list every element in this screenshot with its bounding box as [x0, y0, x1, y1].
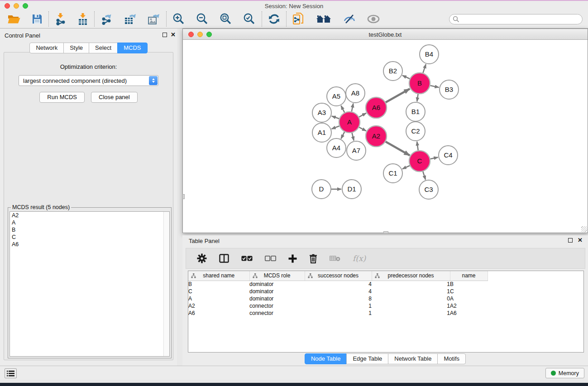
tab-network-table[interactable]: Network Table	[388, 353, 438, 364]
graph-node-B[interactable]: B	[409, 73, 430, 94]
window-resize-grip[interactable]	[581, 226, 587, 232]
columns-icon[interactable]	[219, 254, 229, 263]
table-row[interactable]: Bdominator41B	[188, 281, 488, 288]
graph-node-A4[interactable]: A4	[327, 138, 346, 157]
close-table-panel-icon[interactable]: ✕	[578, 237, 583, 243]
delete-row-icon[interactable]	[309, 254, 317, 263]
refresh-icon[interactable]	[268, 13, 280, 25]
graph-node-A[interactable]: A	[339, 112, 360, 133]
graph-node-A7[interactable]: A7	[347, 141, 366, 160]
graph-edge[interactable]	[423, 64, 425, 73]
network-graph[interactable]: B4B2BB3B1A5A8A3AA1A4A7A6A2C2CC4C1C3DD1	[183, 40, 587, 232]
graph-edge[interactable]	[423, 172, 425, 180]
add-row-icon[interactable]	[288, 254, 297, 263]
show-graphics-details-icon[interactable]	[367, 14, 380, 24]
result-item[interactable]: A2	[10, 212, 169, 219]
float-table-panel-icon[interactable]	[568, 238, 573, 243]
zoom-in-icon[interactable]	[172, 13, 185, 25]
graph-node-A2[interactable]: A2	[366, 126, 387, 147]
optimization-criterion-select[interactable]: largest connected component (directed)	[19, 75, 158, 86]
column-header-mcds-role[interactable]: MCDS role	[249, 271, 305, 281]
node-table[interactable]: shared name MCDS role successor nodes pr…	[188, 271, 584, 353]
tab-motifs[interactable]: Motifs	[437, 353, 466, 364]
export-image-icon[interactable]	[148, 13, 160, 25]
tab-style[interactable]: Style	[63, 43, 89, 53]
select-all-checks-icon[interactable]	[241, 256, 253, 261]
graph-node-B3[interactable]: B3	[440, 80, 459, 99]
window-edge-grip[interactable]	[182, 194, 185, 199]
result-scrollbar[interactable]	[163, 212, 169, 356]
graph-edge[interactable]	[417, 94, 418, 101]
table-row[interactable]: A6connector11A6	[188, 310, 488, 317]
zoom-out-icon[interactable]	[196, 13, 209, 25]
settings-gear-icon[interactable]	[197, 253, 207, 263]
close-panel-icon[interactable]: ✕	[171, 31, 176, 38]
graph-edge[interactable]	[386, 142, 410, 156]
graph-node-C4[interactable]: C4	[439, 146, 458, 165]
graph-node-D1[interactable]: D1	[342, 180, 361, 199]
graph-node-B2[interactable]: B2	[383, 62, 402, 81]
graph-node-C[interactable]: C	[409, 151, 430, 172]
graph-node-A5[interactable]: A5	[327, 87, 346, 106]
graph-node-A3[interactable]: A3	[312, 103, 331, 122]
graph-node-C1[interactable]: C1	[383, 164, 402, 183]
graph-node-D[interactable]: D	[312, 180, 331, 199]
import-table-icon[interactable]	[77, 13, 88, 25]
close-panel-button[interactable]: Close panel	[91, 92, 138, 103]
run-mcds-button[interactable]: Run MCDS	[39, 92, 85, 103]
column-header-predecessor-nodes[interactable]: predecessor nodes	[372, 271, 450, 281]
network-overview-icon[interactable]	[292, 12, 305, 26]
mcds-result-list[interactable]: A2ABCA6	[10, 211, 170, 357]
graph-edge[interactable]	[352, 104, 354, 112]
zoom-selected-icon[interactable]	[243, 13, 256, 25]
result-item[interactable]: B	[10, 226, 169, 234]
float-panel-icon[interactable]	[163, 33, 167, 37]
graph-node-C2[interactable]: C2	[406, 122, 425, 141]
function-builder-icon[interactable]: f(x)	[353, 254, 366, 263]
graph-edge[interactable]	[341, 105, 344, 112]
result-item[interactable]: A6	[10, 241, 169, 248]
graph-edge[interactable]	[332, 126, 339, 129]
memory-button[interactable]: Memory	[545, 368, 584, 378]
graph-node-A6[interactable]: A6	[366, 97, 387, 118]
open-session-icon[interactable]	[7, 14, 21, 24]
graph-edge[interactable]	[359, 113, 366, 117]
hide-graphics-details-icon[interactable]	[343, 14, 356, 24]
task-history-button[interactable]	[5, 368, 17, 378]
graph-edge[interactable]	[352, 133, 354, 140]
import-network-icon[interactable]	[55, 13, 67, 25]
tab-edge-table[interactable]: Edge Table	[346, 353, 388, 364]
table-row[interactable]: Adominator80A	[188, 295, 488, 302]
home-icon[interactable]	[316, 14, 332, 24]
graph-edge[interactable]	[386, 89, 410, 102]
deselect-all-checks-icon[interactable]	[265, 256, 276, 261]
tab-mcds[interactable]: MCDS	[117, 43, 147, 53]
window-edge-grip[interactable]	[383, 231, 388, 234]
result-item[interactable]: C	[10, 234, 169, 241]
graph-edge[interactable]	[332, 116, 339, 119]
table-row[interactable]: Cdominator41C	[188, 288, 488, 295]
graph-node-A1[interactable]: A1	[312, 123, 331, 142]
graph-node-B4[interactable]: B4	[420, 45, 439, 64]
column-header-name[interactable]: name	[450, 271, 488, 281]
result-item[interactable]: A	[10, 219, 169, 226]
save-session-icon[interactable]	[32, 14, 43, 24]
tab-node-table[interactable]: Node Table	[305, 353, 347, 364]
graph-edge[interactable]	[402, 166, 410, 169]
zoom-fit-icon[interactable]	[220, 13, 232, 25]
graph-edge[interactable]	[341, 132, 344, 138]
graph-edge[interactable]	[417, 142, 418, 150]
search-input[interactable]	[449, 14, 583, 24]
graph-edge[interactable]	[402, 76, 410, 79]
column-header-successor-nodes[interactable]: successor nodes	[305, 271, 372, 281]
graph-node-B1[interactable]: B1	[406, 102, 425, 121]
graph-edge[interactable]	[430, 86, 439, 87]
delete-table-icon[interactable]	[330, 255, 340, 262]
export-network-icon[interactable]	[100, 13, 113, 25]
graph-node-A8[interactable]: A8	[346, 84, 365, 103]
graph-edge[interactable]	[430, 157, 438, 159]
network-canvas[interactable]: B4B2BB3B1A5A8A3AA1A4A7A6A2C2CC4C1C3DD1	[183, 40, 587, 232]
graph-node-C3[interactable]: C3	[419, 180, 438, 199]
tab-select[interactable]: Select	[89, 43, 118, 53]
export-table-icon[interactable]	[124, 13, 137, 25]
